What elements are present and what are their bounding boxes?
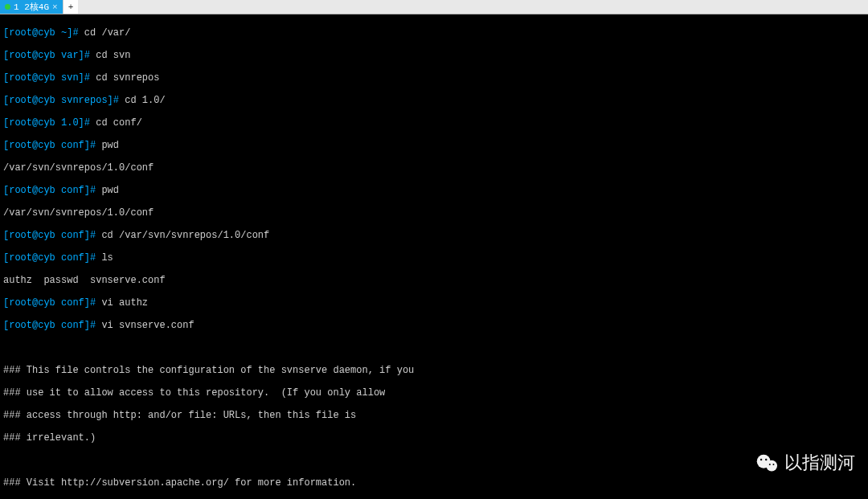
tab-title: 1 2核4G [14,1,49,13]
tab-bar: 1 2核4G × + [0,0,868,14]
close-icon[interactable]: × [52,2,58,12]
new-tab-button[interactable]: + [63,0,79,14]
prompt: [root@cyb ~]# [3,27,84,39]
output: /var/svn/svnrepos/1.0/conf [3,162,865,174]
status-dot-icon [5,4,10,10]
tab-session-1[interactable]: 1 2核4G × [0,0,63,14]
output: authz passwd svnserve.conf [3,275,865,286]
terminal[interactable]: [root@cyb ~]# cd /var/ [root@cyb var]# c… [0,14,868,499]
output: /var/svn/svnrepos/1.0/conf [3,207,865,219]
command: cd /var/ [84,27,131,39]
file-line: ### This file controls the configuration… [3,365,865,376]
